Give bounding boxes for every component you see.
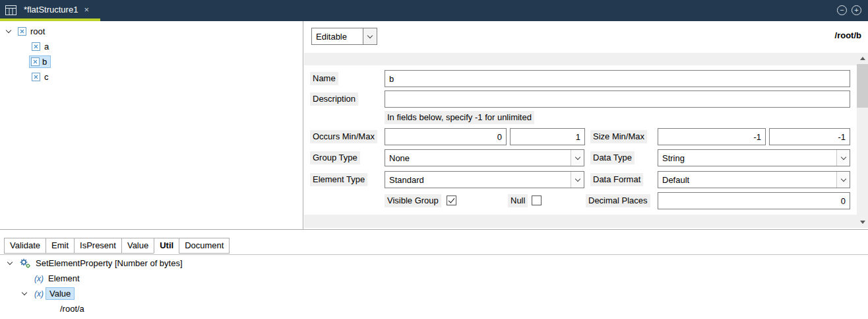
circle-minus-icon[interactable]: − <box>837 5 847 15</box>
circle-plus-icon[interactable]: + <box>852 5 861 15</box>
null-label: Null <box>508 194 528 207</box>
element-icon <box>32 73 40 81</box>
editable-select-value: Editable <box>312 32 363 42</box>
document-tab[interactable]: *flatStructure1 × <box>20 0 93 18</box>
name-label: Name <box>310 72 338 85</box>
tree-item-setelementproperty[interactable]: SetElementProperty [Number of bytes] <box>0 256 868 271</box>
data-type-select[interactable]: String <box>658 149 850 166</box>
visible-group-checkbox[interactable] <box>447 195 456 205</box>
occurs-size-row: Occurs Min/Max Size Min/Max <box>304 128 857 145</box>
info-text: In fields below, specify -1 for unlimite… <box>385 111 534 124</box>
visible-group-label: Visible Group <box>385 194 441 207</box>
tree-item-label: root <box>28 26 47 37</box>
data-type-label: Data Type <box>590 151 635 164</box>
element-icon <box>31 57 40 66</box>
size-min-input[interactable] <box>658 128 766 145</box>
chevron-down-icon[interactable] <box>4 30 13 32</box>
group-type-select[interactable]: None <box>385 149 584 166</box>
app-icon <box>5 5 16 17</box>
scrollbar-thumb[interactable] <box>857 64 868 108</box>
tree-item-label: c <box>42 71 51 83</box>
document-tab-title: *flatStructure1 <box>24 5 78 15</box>
occurs-max-input[interactable] <box>510 128 585 145</box>
data-type-value: String <box>658 153 836 163</box>
occurs-min-input[interactable] <box>385 128 507 145</box>
structure-tree: root a b c <box>0 21 303 85</box>
data-format-select[interactable]: Default <box>658 171 850 188</box>
util-tree: SetElementProperty [Number of bytes] (x)… <box>0 256 868 316</box>
description-input[interactable] <box>385 90 850 108</box>
null-checkbox[interactable] <box>532 195 542 205</box>
separator-strip <box>304 215 857 228</box>
decimal-places-label: Decimal Places <box>586 194 650 207</box>
editable-select[interactable]: Editable <box>311 28 377 45</box>
bottom-panel: Validate Emit IsPresent Value Util Docum… <box>0 229 868 319</box>
element-path: /root/b <box>835 30 861 40</box>
chevron-down-icon[interactable] <box>571 150 584 166</box>
tree-item-b-selected[interactable]: b <box>0 54 303 69</box>
flags-row: Visible Group Null Decimal Places <box>304 192 857 209</box>
tab-close-icon[interactable]: × <box>84 5 89 14</box>
element-type-label: Element Type <box>310 173 367 186</box>
bottom-tabstrip: Validate Emit IsPresent Value Util Docum… <box>4 238 229 254</box>
element-type-select[interactable]: Standard <box>385 171 584 188</box>
chevron-down-icon[interactable] <box>836 172 850 188</box>
group-type-label: Group Type <box>310 151 360 164</box>
titlebar: *flatStructure1 × − + <box>0 0 868 21</box>
element-type-value: Standard <box>385 175 571 185</box>
tab-emit[interactable]: Emit <box>46 238 75 254</box>
element-icon <box>32 42 40 51</box>
chevron-down-icon[interactable] <box>363 28 377 44</box>
tree-item-label: a <box>42 41 51 52</box>
chevron-down-icon[interactable] <box>20 293 29 295</box>
element-icon <box>18 27 26 36</box>
function-node-label: SetElementProperty [Number of bytes] <box>34 258 185 269</box>
flat-structure-editor-window: { "titlebar": { "tab_title": "*flatStruc… <box>0 0 868 319</box>
window-controls: − + <box>837 5 861 15</box>
value-path-label: /root/a <box>58 303 86 314</box>
chevron-down-icon[interactable] <box>571 172 584 188</box>
separator-strip <box>304 53 857 65</box>
fx-icon: (x) <box>34 289 44 299</box>
property-editor-pane: Editable /root/b Name Description In fie… <box>304 21 868 229</box>
tab-ispresent[interactable]: IsPresent <box>74 238 122 254</box>
tab-util[interactable]: Util <box>154 238 179 254</box>
tab-document[interactable]: Document <box>179 238 230 254</box>
tab-value[interactable]: Value <box>121 238 154 254</box>
tree-item-label: b <box>42 57 47 67</box>
fx-icon: (x) <box>34 274 44 283</box>
tree-item-value-param-selected[interactable]: (x) Value <box>0 286 868 301</box>
param-node-label: Value <box>46 287 75 300</box>
data-format-label: Data Format <box>590 173 643 186</box>
size-max-input[interactable] <box>769 128 850 145</box>
element-type-format-row: Element Type Standard Data Format Defaul… <box>304 171 857 188</box>
chevron-down-icon[interactable] <box>5 262 15 264</box>
tree-item-c[interactable]: c <box>0 69 303 85</box>
tree-item-value-path[interactable]: /root/a <box>0 301 868 316</box>
param-node-label: Element <box>46 273 82 284</box>
group-type-value: None <box>385 153 571 163</box>
tree-item-root[interactable]: root <box>0 24 303 39</box>
tab-validate[interactable]: Validate <box>4 238 46 254</box>
editor-toolbar: Editable /root/b <box>304 21 868 51</box>
size-minmax-label: Size Min/Max <box>590 130 647 143</box>
data-format-value: Default <box>658 175 836 185</box>
group-data-type-row: Group Type None Data Type String <box>304 149 857 166</box>
chevron-down-icon[interactable] <box>836 150 850 166</box>
scroll-up-icon[interactable] <box>857 53 868 64</box>
name-input[interactable] <box>385 70 850 87</box>
gears-icon <box>20 258 31 269</box>
scroll-down-icon[interactable] <box>857 217 868 228</box>
decimal-places-input[interactable] <box>658 192 850 209</box>
name-row: Name <box>304 70 857 87</box>
description-row: Description <box>304 90 857 108</box>
occurs-minmax-label: Occurs Min/Max <box>310 130 377 143</box>
info-row: In fields below, specify -1 for unlimite… <box>304 111 857 124</box>
tree-item-element-param[interactable]: (x) Element <box>0 271 868 286</box>
structure-tree-pane: root a b c <box>0 21 303 229</box>
tabstrip-baseline <box>0 254 868 255</box>
description-label: Description <box>310 92 358 106</box>
vertical-scrollbar[interactable] <box>857 53 868 228</box>
tree-item-a[interactable]: a <box>0 39 303 54</box>
